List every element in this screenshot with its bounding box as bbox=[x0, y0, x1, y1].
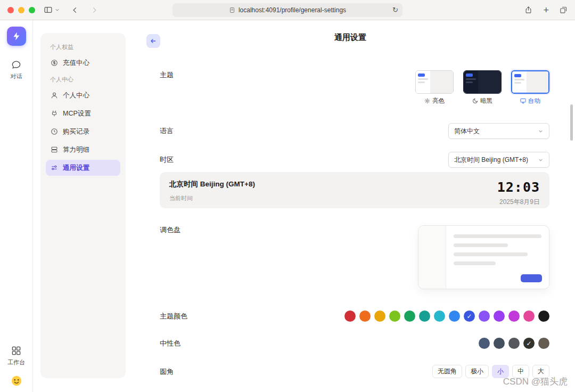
radius-option-tiny[interactable]: 极小 bbox=[465, 365, 489, 378]
forward-nav-icon[interactable] bbox=[91, 6, 98, 14]
rail-item-label: 工作台 bbox=[7, 358, 25, 366]
sliders-icon bbox=[51, 164, 58, 172]
theme-preview-auto bbox=[511, 70, 549, 94]
neutral-swatch-gray[interactable] bbox=[508, 338, 520, 349]
palette-row: 调色盘 bbox=[160, 225, 549, 289]
check-icon: ✓ bbox=[466, 313, 472, 320]
color-swatch-lime[interactable] bbox=[389, 311, 400, 322]
sidebar-item-label: 充值中心 bbox=[63, 59, 89, 68]
sidebar-item-label: 购买记录 bbox=[63, 127, 89, 136]
color-swatch-gold[interactable] bbox=[374, 311, 385, 322]
color-swatch-teal[interactable] bbox=[419, 311, 430, 322]
timezone-row: 时区 北京时间 Beijing (GMT+8) bbox=[160, 152, 549, 168]
sun-icon bbox=[424, 98, 430, 104]
color-swatch-geekblue-selected[interactable]: ✓ bbox=[464, 311, 475, 322]
new-tab-icon[interactable]: + bbox=[543, 5, 549, 15]
language-row: 语言 简体中文 bbox=[160, 123, 549, 139]
rail-item-workbench[interactable]: 工作台 bbox=[7, 346, 25, 366]
vertical-scrollbar[interactable] bbox=[570, 104, 573, 141]
tab-overview-icon[interactable] bbox=[560, 6, 568, 14]
app-rail: 对话 工作台 bbox=[0, 20, 33, 392]
radius-row: 圆角 无圆角 极小 小 中 大 bbox=[160, 365, 549, 378]
user-avatar[interactable] bbox=[11, 375, 22, 387]
url-text: localhost:4091/profile/general-settings bbox=[239, 6, 346, 14]
palette-label: 调色盘 bbox=[160, 225, 180, 235]
palette-preview-button bbox=[521, 274, 542, 282]
current-date: 2025年8月9日 bbox=[497, 198, 540, 207]
theme-option-auto[interactable]: 自动 bbox=[511, 70, 549, 105]
sidebar-item-general-settings[interactable]: 通用设置 bbox=[46, 160, 120, 176]
zoom-window-button[interactable] bbox=[29, 7, 35, 13]
theme-colors-label: 主题颜色 bbox=[160, 312, 187, 321]
radius-label: 圆角 bbox=[160, 367, 174, 377]
neutral-swatch-bluegray[interactable] bbox=[494, 338, 505, 349]
share-icon[interactable] bbox=[524, 6, 532, 14]
theme-row: 主题 亮色 bbox=[160, 70, 549, 105]
sidebar-item-mcp[interactable]: MCP设置 bbox=[46, 105, 120, 121]
theme-option-dark[interactable]: 暗黑 bbox=[463, 70, 502, 105]
color-swatch-black[interactable] bbox=[538, 311, 549, 322]
language-label: 语言 bbox=[160, 126, 174, 136]
radius-option-none[interactable]: 无圆角 bbox=[432, 365, 462, 378]
rail-item-chat[interactable]: 对话 bbox=[11, 60, 22, 80]
color-swatch-cyan[interactable] bbox=[434, 311, 445, 322]
monitor-icon bbox=[520, 98, 526, 104]
sidebar-item-compute[interactable]: 算力明细 bbox=[46, 142, 120, 158]
color-swatch-violet[interactable] bbox=[494, 311, 505, 322]
sidebar-item-profile[interactable]: 个人中心 bbox=[46, 87, 120, 103]
neutral-color-swatches: ✓ bbox=[479, 338, 549, 349]
color-swatch-red[interactable] bbox=[344, 311, 356, 322]
color-swatch-blue[interactable] bbox=[449, 311, 460, 322]
smiley-face-icon bbox=[11, 375, 22, 387]
color-swatch-green[interactable] bbox=[404, 311, 415, 322]
theme-color-swatches: ✓ bbox=[344, 311, 549, 322]
language-select[interactable]: 简体中文 bbox=[448, 123, 549, 139]
check-icon: ✓ bbox=[526, 340, 531, 347]
theme-preview-light bbox=[415, 70, 454, 94]
sidebar-section-header: 个人权益 bbox=[46, 40, 120, 55]
address-bar[interactable]: localhost:4091/profile/general-settings … bbox=[172, 3, 402, 17]
chevron-down-icon bbox=[538, 128, 544, 134]
neutral-swatch-warmgray[interactable] bbox=[538, 338, 549, 349]
clock-icon bbox=[51, 128, 58, 135]
neutral-swatch-slate[interactable] bbox=[479, 338, 490, 349]
theme-option-light[interactable]: 亮色 bbox=[415, 70, 454, 105]
moon-icon bbox=[472, 98, 478, 104]
time-card-title: 北京时间 Beijing (GMT+8) bbox=[169, 179, 255, 189]
plug-icon bbox=[51, 110, 58, 117]
sidebar-item-label: 个人中心 bbox=[63, 91, 89, 100]
page-title: 通用设置 bbox=[334, 32, 366, 43]
minimize-window-button[interactable] bbox=[18, 7, 24, 13]
sidebar-toggle-icon[interactable] bbox=[44, 5, 53, 14]
color-swatch-purple[interactable] bbox=[479, 311, 490, 322]
site-proxy-icon bbox=[229, 7, 235, 13]
watermark-text: CSDN @猫头虎 bbox=[503, 375, 568, 388]
chat-bubble-icon bbox=[11, 60, 21, 70]
chevron-down-icon[interactable] bbox=[55, 7, 60, 12]
app-logo[interactable] bbox=[7, 27, 26, 46]
language-select-value: 简体中文 bbox=[454, 127, 480, 136]
grid-icon bbox=[11, 346, 21, 356]
back-nav-icon[interactable] bbox=[71, 6, 79, 14]
color-swatch-pink[interactable] bbox=[523, 311, 535, 322]
theme-options: 亮色 暗黑 bbox=[415, 70, 549, 105]
theme-colors-row: 主题颜色 ✓ bbox=[160, 311, 549, 322]
reload-icon[interactable]: ↻ bbox=[392, 6, 398, 14]
close-window-button[interactable] bbox=[7, 7, 14, 13]
browser-chrome: localhost:4091/profile/general-settings … bbox=[0, 0, 575, 20]
color-swatch-magenta[interactable] bbox=[508, 311, 520, 322]
sidebar-item-label: 算力明细 bbox=[63, 145, 89, 154]
timezone-label: 时区 bbox=[160, 155, 174, 165]
neutral-colors-label: 中性色 bbox=[160, 339, 180, 348]
color-swatch-orange[interactable] bbox=[359, 311, 371, 322]
neutral-colors-row: 中性色 ✓ bbox=[160, 338, 549, 349]
timezone-select[interactable]: 北京时间 Beijing (GMT+8) bbox=[448, 152, 549, 168]
sidebar-item-recharge[interactable]: 充值中心 bbox=[46, 55, 120, 71]
current-time-card: 北京时间 Beijing (GMT+8) 当前时间 12:03 2025年8月9… bbox=[160, 172, 549, 208]
chevron-down-icon bbox=[538, 157, 544, 163]
sidebar-item-purchases[interactable]: 购买记录 bbox=[46, 124, 120, 140]
rail-item-label: 对话 bbox=[11, 72, 22, 80]
back-button[interactable] bbox=[146, 34, 160, 48]
neutral-swatch-dark-selected[interactable]: ✓ bbox=[523, 338, 535, 349]
sidebar-section-header: 个人中心 bbox=[46, 73, 120, 87]
